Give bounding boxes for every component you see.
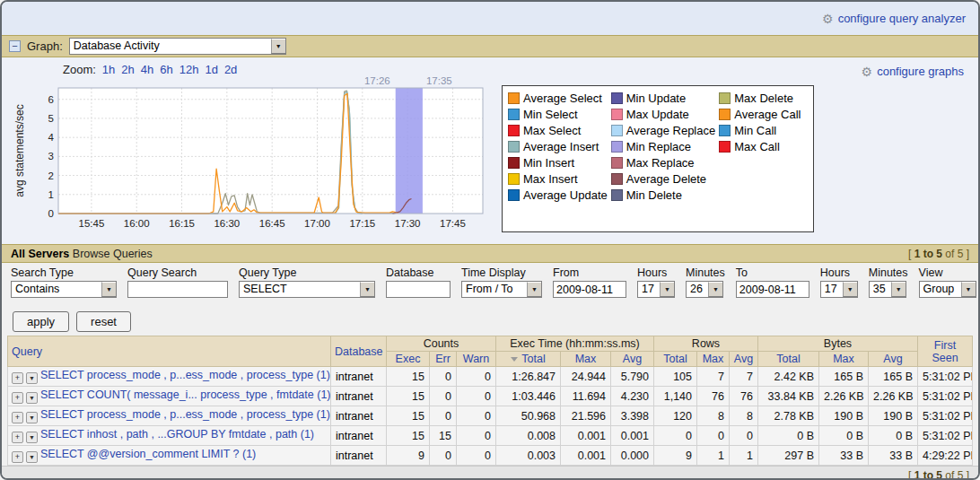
- col-header-warn[interactable]: Warn: [457, 352, 496, 367]
- reset-button[interactable]: reset: [76, 311, 131, 332]
- filter-label: Search Type: [11, 266, 117, 279]
- svg-text:17:35: 17:35: [426, 75, 452, 86]
- col-header-bytes-avg[interactable]: Avg: [869, 352, 918, 367]
- col-header-exec[interactable]: Exec: [387, 352, 430, 367]
- legend-item: Max Select: [508, 124, 608, 137]
- col-header-rows-avg[interactable]: Avg: [730, 352, 758, 367]
- expand-row-button[interactable]: +: [12, 432, 23, 443]
- from-input[interactable]: [553, 281, 626, 298]
- graph-select[interactable]: Database Activity ▼: [69, 38, 286, 55]
- col-header-bytes-max[interactable]: Max: [819, 352, 869, 367]
- chart-legend: Average SelectMin SelectMax SelectAverag…: [502, 85, 814, 232]
- col-header-exec-max[interactable]: Max: [561, 352, 611, 367]
- time-display-select[interactable]: From / To▼: [461, 281, 542, 298]
- value-cell: 0 B: [758, 426, 819, 446]
- legend-swatch-icon: [508, 173, 520, 185]
- database-cell: intranet: [331, 426, 387, 446]
- legend-swatch-icon: [508, 189, 520, 201]
- value-cell: 1,140: [654, 387, 697, 406]
- zoom-label: Zoom:: [63, 63, 96, 76]
- legend-label: Min Update: [626, 92, 686, 105]
- filter-field-from-minutes-select: Minutes26▼: [686, 266, 725, 308]
- graph-label: Graph:: [27, 39, 63, 53]
- view-select-value: Group: [920, 282, 961, 297]
- legend-label: Max Update: [626, 108, 689, 121]
- col-header-bytes-total[interactable]: Total: [758, 352, 819, 367]
- query-link[interactable]: SELECT process_mode , p...ess_mode , pro…: [40, 369, 330, 381]
- value-cell: 33 B: [869, 446, 918, 466]
- col-header-exec-avg[interactable]: Avg: [611, 352, 654, 367]
- search-type-select[interactable]: Contains▼: [11, 281, 117, 298]
- to-input[interactable]: [736, 281, 809, 298]
- database-input[interactable]: [386, 281, 451, 298]
- from-hours-select-value: 17: [638, 282, 660, 297]
- col-header-first-seen[interactable]: First Seen: [918, 336, 973, 367]
- query-link[interactable]: SELECT @@version_comment LIMIT ? (1): [40, 448, 256, 460]
- configure-query-analyzer-label: configure query analyzer: [838, 12, 966, 25]
- query-link[interactable]: SELECT process_mode , p...ess_mode , pro…: [40, 408, 330, 421]
- query-link[interactable]: SELECT inhost , path , ...GROUP BY fmtda…: [40, 428, 314, 441]
- col-header-exec-total[interactable]: Total: [496, 352, 561, 367]
- row-menu-button[interactable]: ▼: [26, 432, 38, 443]
- svg-text:16:00: 16:00: [124, 218, 150, 229]
- col-header-database[interactable]: Database: [331, 336, 387, 367]
- collapse-graph-button[interactable]: −: [9, 40, 21, 52]
- zoom-2h-link[interactable]: 2h: [121, 63, 134, 76]
- legend-item: Max Call: [719, 140, 801, 153]
- query-search-input[interactable]: [127, 281, 228, 298]
- dropdown-arrow-icon: ▼: [891, 282, 906, 297]
- filter-field-view-select: ViewGroup▼: [919, 266, 976, 308]
- configure-query-analyzer-link[interactable]: ⚙ configure query analyzer: [822, 12, 966, 25]
- col-header-rows-total[interactable]: Total: [654, 352, 697, 367]
- row-menu-button[interactable]: ▼: [26, 392, 38, 404]
- expand-row-button[interactable]: +: [12, 392, 23, 404]
- zoom-4h-link[interactable]: 4h: [141, 63, 153, 76]
- col-header-query[interactable]: Query: [8, 336, 331, 367]
- value-cell: 0.001: [561, 446, 611, 466]
- sort-desc-icon: [511, 357, 518, 362]
- filter-label: Query Type: [239, 266, 375, 279]
- expand-row-button[interactable]: +: [12, 412, 23, 423]
- zoom-1d-link[interactable]: 1d: [205, 63, 217, 76]
- value-cell: 11.694: [561, 387, 611, 406]
- expand-row-button[interactable]: +: [12, 451, 23, 463]
- legend-item: Average Select: [508, 92, 608, 105]
- legend-label: Max Replace: [626, 156, 695, 170]
- zoom-1h-link[interactable]: 1h: [102, 63, 115, 76]
- zoom-12h-link[interactable]: 12h: [179, 63, 199, 76]
- row-menu-button[interactable]: ▼: [26, 412, 38, 423]
- to-minutes-select[interactable]: 35▼: [869, 281, 906, 298]
- legend-swatch-icon: [508, 141, 520, 153]
- from-minutes-select[interactable]: 26▼: [686, 281, 723, 298]
- query-type-select[interactable]: SELECT▼: [239, 281, 375, 298]
- legend-swatch-icon: [611, 173, 623, 185]
- configure-graphs-link[interactable]: ⚙ configure graphs: [862, 65, 964, 78]
- legend-swatch-icon: [611, 125, 623, 136]
- col-header-err[interactable]: Err: [430, 352, 457, 367]
- zoom-6h-link[interactable]: 6h: [160, 63, 172, 76]
- value-cell: 5:31:02 PM: [918, 367, 973, 387]
- legend-column: Max DeleteAverage CallMin CallMax Call: [719, 92, 801, 228]
- query-link[interactable]: SELECT COUNT( message_i... process_type …: [40, 388, 331, 401]
- to-hours-select[interactable]: 17▼: [820, 281, 858, 298]
- zoom-2d-link[interactable]: 2d: [224, 63, 237, 76]
- legend-label: Average Update: [523, 188, 608, 202]
- query-table: Query Database Counts Exec Time (hh:mm:s…: [7, 336, 973, 466]
- row-menu-button[interactable]: ▼: [26, 372, 38, 384]
- expand-row-button[interactable]: +: [12, 372, 23, 384]
- value-cell: 2.26 KB: [869, 387, 918, 406]
- row-menu-button[interactable]: ▼: [26, 451, 38, 463]
- filter-label: From: [553, 266, 626, 279]
- col-header-rows-max[interactable]: Max: [697, 352, 730, 367]
- legend-item: Average Call: [719, 108, 801, 121]
- apply-button[interactable]: apply: [13, 311, 69, 332]
- svg-text:0: 0: [48, 208, 54, 219]
- legend-item: Average Insert: [508, 140, 608, 153]
- value-cell: 0: [457, 387, 496, 406]
- from-hours-select[interactable]: 17▼: [637, 281, 675, 298]
- svg-text:16:45: 16:45: [259, 218, 285, 229]
- value-cell: 21.596: [561, 406, 611, 426]
- view-select[interactable]: Group▼: [919, 281, 976, 298]
- value-cell: 1: [730, 446, 758, 466]
- svg-text:16:30: 16:30: [214, 218, 240, 229]
